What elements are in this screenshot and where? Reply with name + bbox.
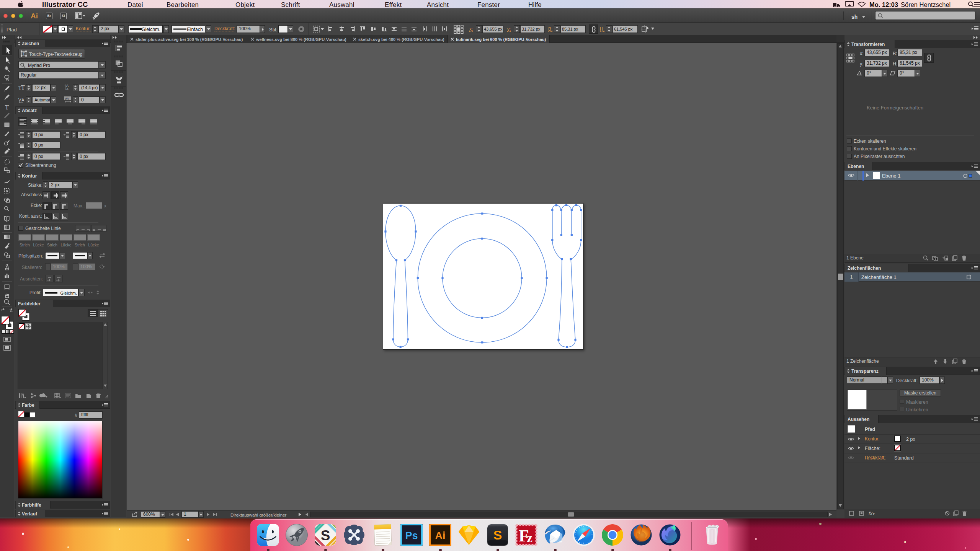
svg-text:T: T: [21, 84, 25, 91]
svg-text:T: T: [23, 52, 25, 56]
svg-text:Ps: Ps: [405, 530, 418, 541]
svg-text:T: T: [5, 104, 9, 111]
svg-text:A: A: [66, 87, 69, 91]
svg-text:V: V: [18, 98, 21, 102]
svg-text:Ai: Ai: [435, 530, 446, 541]
svg-text:A: A: [21, 98, 24, 102]
svg-text:VA: VA: [65, 97, 69, 101]
svg-text:S: S: [321, 528, 330, 543]
svg-text:S: S: [493, 528, 502, 542]
svg-text:z: z: [527, 531, 532, 545]
